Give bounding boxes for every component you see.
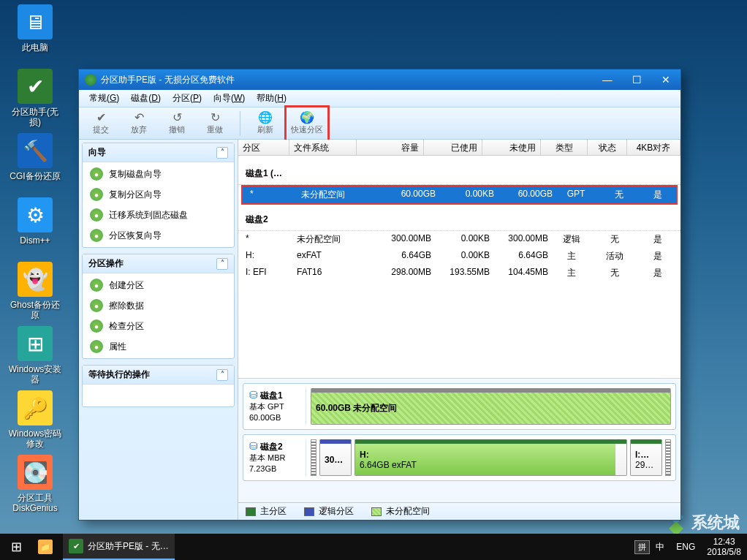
panel-item[interactable]: ●属性	[83, 336, 234, 357]
panel-item[interactable]: ●创建分区	[83, 275, 234, 295]
ops-panel-body: ●创建分区●擦除数据●检查分区●属性	[83, 273, 234, 358]
taskbar-app[interactable]: ✔ 分区助手PE版 - 无…	[63, 534, 175, 560]
partition-row[interactable]: I: EFIFAT16298.00MB193.55MB104.45MB主无是	[238, 265, 680, 281]
desktop-icon-7[interactable]: 💽分区工具DiskGenius	[7, 455, 63, 513]
col-header[interactable]: 类型	[541, 140, 588, 155]
pending-panel: 等待执行的操作 ˄	[82, 365, 235, 407]
desktop-icon-glyph: 🔑	[18, 390, 53, 425]
panel-item[interactable]: ●分区恢复向导	[83, 225, 234, 246]
panel-item[interactable]: ●擦除数据	[83, 295, 234, 316]
desktop-icon-2[interactable]: 🔨CGI备份还原	[7, 133, 63, 181]
desktop-icon-glyph: 🔨	[18, 133, 53, 168]
disk-group[interactable]: 磁盘1 (…	[238, 163, 680, 185]
toolbar-icon: 🌍	[300, 111, 314, 124]
panel-item[interactable]: ●检查分区	[83, 316, 234, 336]
partition-row[interactable]: *未分配空间60.00GB0.00KB60.00GBGPT无是	[243, 186, 676, 203]
partition-row[interactable]: H:exFAT6.64GB0.00KB6.64GB主活动是	[238, 248, 680, 265]
col-header[interactable]: 已使用	[424, 140, 482, 155]
tray-date: 2018/5/8	[707, 547, 741, 557]
desktop-icon-0[interactable]: 🖥此电脑	[7, 4, 63, 53]
ops-panel-header[interactable]: 分区操作 ˄	[83, 254, 234, 273]
desktop-icon-3[interactable]: ⚙Dism++	[7, 197, 63, 246]
app-icon	[85, 74, 96, 86]
toolbar-刷新[interactable]: 🌐刷新	[246, 109, 284, 138]
desktop-icon-1[interactable]: ✔分区助手(无损)	[7, 69, 63, 127]
disk-group[interactable]: 磁盘2	[238, 209, 680, 231]
menu-H[interactable]: 帮助(H)	[251, 92, 292, 105]
wizard-panel-title: 向导	[88, 146, 106, 159]
pending-panel-header[interactable]: 等待执行的操作 ˄	[83, 366, 234, 385]
disk-map-block[interactable]: ⛁ 磁盘1基本 GPT60.00GB60.00GB 未分配空间	[243, 383, 676, 430]
toolbar-快速分区[interactable]: 🌍快速分区	[288, 109, 326, 138]
legend-unalloc: 未分配空间	[371, 505, 430, 518]
desktop-icon-label: Dism++	[7, 235, 63, 246]
col-header[interactable]: 4KB对齐	[627, 140, 680, 155]
panel-item-label: 检查分区	[109, 320, 144, 333]
legend-logical: 逻辑分区	[304, 505, 354, 518]
right-pane: 分区文件系统容量已使用未使用类型状态4KB对齐 磁盘1 (…*未分配空间60.0…	[238, 140, 680, 520]
chevron-up-icon[interactable]: ˄	[216, 147, 228, 159]
maximize-button[interactable]: ☐	[622, 69, 651, 90]
app-window: 分区助手PE版 - 无损分区免费软件 — ☐ ✕ 常规(G)磁盘(D)分区(P)…	[78, 69, 681, 521]
ime-ind[interactable]: 中	[650, 541, 670, 553]
wizard-icon: ●	[90, 188, 103, 201]
tray-clock[interactable]: 12:43 2018/5/8	[701, 537, 747, 557]
menu-G[interactable]: 常规(G)	[83, 92, 125, 105]
titlebar[interactable]: 分区助手PE版 - 无损分区免费软件 — ☐ ✕	[79, 69, 680, 90]
col-header[interactable]: 容量	[357, 140, 424, 155]
taskbar: ⊞ 📁 ✔ 分区助手PE版 - 无… 拼 中 ENG 12:43 2018/5/…	[0, 534, 747, 560]
toolbar-放弃[interactable]: ↶放弃	[120, 109, 158, 138]
menu-D[interactable]: 磁盘(D)	[125, 92, 167, 105]
col-header[interactable]: 分区	[238, 140, 289, 155]
taskbar-app-label: 分区助手PE版 - 无…	[88, 540, 169, 553]
panel-item[interactable]: ●复制磁盘向导	[83, 164, 234, 184]
chevron-up-icon[interactable]: ˄	[216, 258, 228, 270]
resize-handle[interactable]	[665, 439, 671, 476]
desktop-icon-glyph: ⚙	[18, 197, 53, 232]
desktop-icon-5[interactable]: ⊞Windows安装器	[7, 326, 63, 385]
taskbar-explorer[interactable]: 📁	[32, 534, 63, 560]
legend: 主分区 逻辑分区 未分配空间	[238, 502, 680, 520]
desktop-icon-label: 分区工具DiskGenius	[7, 493, 63, 513]
disk-segment[interactable]: I:…29…	[630, 439, 662, 476]
wizard-panel-header[interactable]: 向导 ˄	[83, 143, 234, 162]
disk-segment[interactable]: H:6.64GB exFAT	[354, 439, 627, 476]
wizard-icon: ●	[90, 279, 103, 292]
desktop-icon-4[interactable]: 👻Ghost备份还原	[7, 262, 63, 320]
toolbar: ✔提交↶放弃↺撤销↻重做🌐刷新🌍快速分区	[79, 107, 680, 140]
menu-P[interactable]: 分区(P)	[167, 92, 208, 105]
panel-item-label: 擦除数据	[109, 300, 144, 312]
toolbar-icon: 🌐	[258, 111, 273, 124]
toolbar-提交[interactable]: ✔提交	[82, 109, 120, 138]
toolbar-label: 刷新	[257, 124, 273, 135]
desktop-icon-label: Ghost备份还原	[7, 300, 63, 320]
lang-ind[interactable]: ENG	[670, 542, 701, 552]
close-button[interactable]: ✕	[651, 69, 680, 90]
wizard-panel-body: ●复制磁盘向导●复制分区向导●迁移系统到固态磁盘●分区恢复向导	[83, 162, 234, 247]
panel-item[interactable]: ●迁移系统到固态磁盘	[83, 205, 234, 225]
panel-item[interactable]: ●复制分区向导	[83, 184, 234, 205]
partition-row[interactable]: *未分配空间300.00MB0.00KB300.00MB逻辑无是	[238, 231, 680, 248]
resize-handle[interactable]	[311, 439, 316, 476]
disk-segment[interactable]: 60.00GB 未分配空间	[311, 388, 671, 425]
ime-pinyin[interactable]: 拼	[634, 540, 650, 554]
disk-icon: ⛁	[249, 389, 258, 401]
desktop-icon-glyph: 🖥	[18, 4, 53, 39]
pending-panel-body	[83, 385, 234, 406]
toolbar-撤销[interactable]: ↺撤销	[158, 109, 196, 138]
col-header[interactable]: 状态	[588, 140, 627, 155]
wizard-panel: 向导 ˄ ●复制磁盘向导●复制分区向导●迁移系统到固态磁盘●分区恢复向导	[82, 143, 235, 248]
col-header[interactable]: 未使用	[482, 140, 541, 155]
chevron-up-icon[interactable]: ˄	[216, 369, 228, 381]
menubar: 常规(G)磁盘(D)分区(P)向导(W)帮助(H)	[79, 90, 680, 107]
partition-list-body[interactable]: 磁盘1 (…*未分配空间60.00GB0.00KB60.00GBGPT无是磁盘2…	[238, 156, 680, 378]
col-header[interactable]: 文件系统	[289, 140, 357, 155]
disk-segment[interactable]: 30…	[319, 439, 352, 476]
menu-W[interactable]: 向导(W)	[208, 92, 251, 105]
toolbar-label: 放弃	[131, 124, 147, 135]
disk-map-block[interactable]: ⛁ 磁盘2基本 MBR7.23GB30…H:6.64GB exFATI:…29…	[243, 434, 676, 481]
start-button[interactable]: ⊞	[0, 534, 32, 560]
toolbar-重做[interactable]: ↻重做	[196, 109, 234, 138]
minimize-button[interactable]: —	[593, 69, 622, 90]
desktop-icon-6[interactable]: 🔑Windows密码修改	[7, 390, 63, 449]
